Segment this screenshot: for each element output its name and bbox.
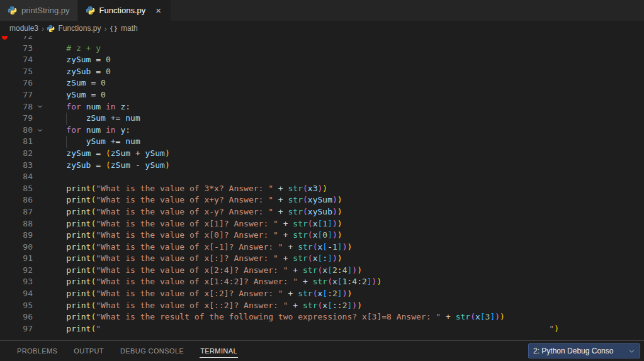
- glyph-margin[interactable]: [0, 43, 11, 55]
- code-line[interactable]: 81 ySum += num: [0, 136, 644, 148]
- line-number: 89: [11, 230, 33, 242]
- code-token: ySum: [145, 160, 165, 170]
- panel-tab-terminal[interactable]: TERMINAL: [200, 344, 238, 358]
- glyph-margin[interactable]: [0, 300, 11, 312]
- code-line[interactable]: 82 zySum = (zSum + ySum): [0, 148, 644, 160]
- tab-printstring-py[interactable]: printString.py: [0, 0, 78, 21]
- glyph-margin[interactable]: [0, 171, 11, 183]
- glyph-margin[interactable]: [0, 230, 11, 242]
- code-token: str: [293, 253, 307, 263]
- breadcrumb-module[interactable]: module3: [9, 24, 39, 33]
- breadcrumb-symbol[interactable]: math: [120, 24, 138, 33]
- code-token: [47, 55, 66, 64]
- glyph-margin[interactable]: [0, 265, 11, 277]
- panel-tab-output[interactable]: OUTPUT: [73, 344, 105, 358]
- tab-functions-py[interactable]: Functions.py ×: [78, 0, 171, 21]
- code-line[interactable]: 75 zySub = 0: [0, 66, 644, 78]
- line-number: 83: [11, 160, 33, 172]
- code-text: print(" "): [47, 323, 644, 335]
- code-line[interactable]: 84: [0, 171, 644, 183]
- code-line[interactable]: 95 print("What is the value of x[::2]? A…: [0, 300, 644, 312]
- terminal-selector[interactable]: 2: Python Debug Conso: [528, 343, 640, 358]
- code-line[interactable]: 97 print(" "): [0, 323, 644, 335]
- glyph-margin[interactable]: [0, 218, 11, 230]
- glyph-margin[interactable]: [0, 89, 11, 101]
- fold-chevron-icon[interactable]: [33, 101, 47, 113]
- code-line[interactable]: 74 zySum = 0: [0, 54, 644, 66]
- code-token: "What is the value of x[-1]? Answer: ": [96, 242, 283, 252]
- glyph-margin[interactable]: [0, 66, 11, 78]
- code-line[interactable]: 91 print("What is the value of x[:]? Ans…: [0, 253, 644, 265]
- glyph-margin[interactable]: [0, 36, 11, 43]
- editor[interactable]: 7273 # z + y74 zySum = 075 zySub = 076 z…: [0, 36, 644, 340]
- line-number: 82: [11, 148, 33, 160]
- code-text: zySum = (zSum + ySum): [47, 148, 644, 160]
- code-line[interactable]: 92 print("What is the value of x[2:4]? A…: [0, 265, 644, 277]
- indent-guide-line: [66, 113, 67, 125]
- code-token: 0: [101, 78, 106, 87]
- code-line[interactable]: 76 zSum = 0: [0, 77, 644, 89]
- panel-tab-debug-console[interactable]: DEBUG CONSOLE: [120, 344, 184, 358]
- code-token: (: [303, 184, 308, 193]
- code-text: zySum = 0: [47, 54, 644, 66]
- glyph-margin[interactable]: [0, 77, 11, 89]
- code-token: zySum: [66, 55, 91, 64]
- code-line[interactable]: 94 print("What is the value of x[:2]? An…: [0, 288, 644, 300]
- code-token: "What is the value of x[:2]? Answer: ": [96, 289, 283, 298]
- code-line[interactable]: 87 print("What is the value of x-y? Answ…: [0, 206, 644, 218]
- glyph-margin[interactable]: [0, 276, 11, 288]
- code-token: +: [278, 253, 293, 263]
- code-line[interactable]: 89 print("What is the value of x[0]? Ans…: [0, 230, 644, 242]
- code-line[interactable]: 93 print("What is the value of x[1:4:2]?…: [0, 276, 644, 288]
- code-line[interactable]: 73 # z + y: [0, 43, 644, 55]
- breadcrumb: module3 › Functions.py › {} math: [0, 21, 644, 36]
- code-token: ]: [337, 242, 342, 252]
- code-line[interactable]: 88 print("What is the value of x[1]? Ans…: [0, 218, 644, 230]
- glyph-margin[interactable]: [0, 125, 11, 136]
- breadcrumb-file[interactable]: Functions.py: [57, 24, 101, 33]
- breakpoint-icon: [2, 36, 8, 40]
- glyph-margin[interactable]: [0, 54, 11, 66]
- fold-space: [33, 311, 47, 323]
- glyph-margin[interactable]: [0, 160, 11, 172]
- code-token: ::: [332, 301, 342, 310]
- chevron-right-icon: ›: [101, 24, 109, 33]
- glyph-margin[interactable]: [0, 148, 11, 160]
- code-line[interactable]: 80 for num in y:: [0, 125, 644, 136]
- panel-tab-problems[interactable]: PROBLEMS: [16, 344, 58, 358]
- code-token: x: [322, 265, 327, 275]
- glyph-margin[interactable]: [0, 194, 11, 206]
- code-token: ): [332, 219, 337, 228]
- glyph-margin[interactable]: [0, 288, 11, 300]
- panel-bar: PROBLEMS OUTPUT DEBUG CONSOLE TERMINAL 2…: [0, 340, 644, 361]
- code-token: print: [66, 312, 91, 321]
- fold-space: [33, 148, 47, 160]
- code-token: [47, 160, 66, 170]
- code-line[interactable]: 85 print("What is the value of 3*x? Answ…: [0, 183, 644, 195]
- code-line[interactable]: 77 ySum = 0: [0, 89, 644, 101]
- glyph-margin[interactable]: [0, 253, 11, 265]
- code-token: " ": [96, 324, 554, 333]
- code-token: "What is the value of x-y? Answer: ": [96, 207, 273, 216]
- code-line[interactable]: 86 print("What is the value of x+y? Answ…: [0, 194, 644, 206]
- glyph-margin[interactable]: [0, 311, 11, 323]
- glyph-margin[interactable]: [0, 206, 11, 218]
- close-icon[interactable]: ×: [154, 5, 163, 16]
- code-token: 0: [101, 90, 106, 99]
- fold-chevron-icon[interactable]: [33, 125, 47, 136]
- fold-space: [33, 113, 47, 125]
- glyph-margin[interactable]: [0, 242, 11, 253]
- glyph-margin[interactable]: [0, 183, 11, 195]
- code-token: =: [86, 78, 101, 87]
- code-line[interactable]: 90 print("What is the value of x[-1]? An…: [0, 242, 644, 253]
- code-line[interactable]: 79 zSum += num: [0, 113, 644, 125]
- code-line[interactable]: 72: [0, 36, 644, 43]
- glyph-margin[interactable]: [0, 101, 11, 113]
- glyph-margin[interactable]: [0, 113, 11, 125]
- code-line[interactable]: 83 zySub = (zSum - ySum): [0, 160, 644, 172]
- code-line[interactable]: 78 for num in z:: [0, 101, 644, 113]
- code-line[interactable]: 96 print("What is the result of the foll…: [0, 311, 644, 323]
- glyph-margin[interactable]: [0, 136, 11, 148]
- code-token: ): [337, 253, 342, 263]
- glyph-margin[interactable]: [0, 323, 11, 335]
